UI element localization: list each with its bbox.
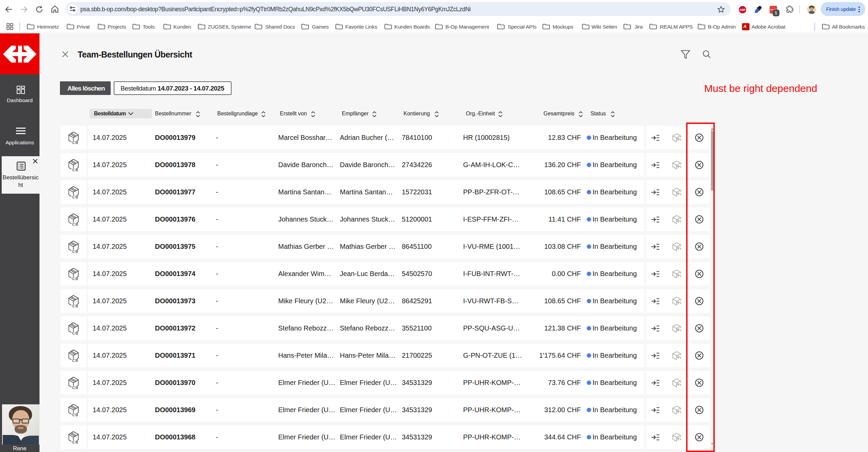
svg-text:CB: CB bbox=[72, 304, 79, 308]
svg-text:CB: CB bbox=[72, 222, 79, 226]
svg-text:CB: CB bbox=[72, 141, 79, 145]
svg-text:CB: CB bbox=[72, 386, 79, 390]
svg-text:CB: CB bbox=[72, 331, 79, 335]
svg-text:CB: CB bbox=[72, 440, 79, 444]
svg-text:CB: CB bbox=[72, 249, 79, 254]
svg-text:CB: CB bbox=[72, 277, 79, 281]
svg-text:CB: CB bbox=[72, 413, 79, 417]
svg-text:CB: CB bbox=[72, 195, 79, 199]
svg-text:CB: CB bbox=[72, 358, 79, 362]
svg-text:CB: CB bbox=[72, 168, 79, 172]
svg-text:ABP: ABP bbox=[739, 8, 745, 12]
